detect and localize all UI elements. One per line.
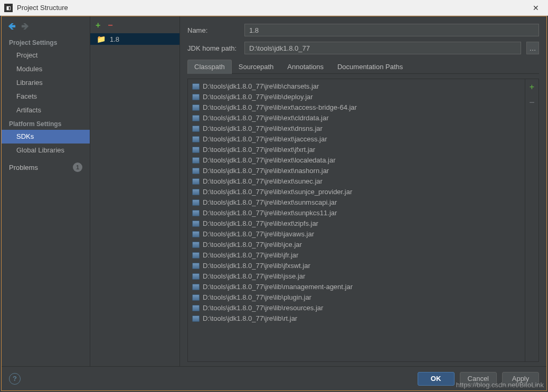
jar-icon (192, 83, 200, 90)
classpath-add-icon[interactable]: + (530, 82, 534, 92)
classpath-path: D:\tools\jdk1.8.0_77\jre\lib\jsse.jar (203, 272, 305, 281)
sidebar-item-facets[interactable]: Facets (2, 90, 90, 103)
classpath-path: D:\tools\jdk1.8.0_77\jre\lib\ext\nashorn… (203, 166, 329, 176)
path-label: JDK home path: (187, 44, 239, 52)
classpath-row[interactable]: D:\tools\jdk1.8.0_77\jre\lib\javaws.jar (189, 229, 524, 240)
classpath-row[interactable]: D:\tools\jdk1.8.0_77\jre\lib\jce.jar (189, 240, 524, 250)
classpath-row[interactable]: D:\tools\jdk1.8.0_77\jre\lib\ext\nashorn… (189, 166, 524, 176)
classpath-path: D:\tools\jdk1.8.0_77\jre\lib\rt.jar (203, 314, 297, 323)
classpath-row[interactable]: D:\tools\jdk1.8.0_77\jre\lib\ext\localed… (189, 155, 524, 166)
classpath-row[interactable]: D:\tools\jdk1.8.0_77\jre\lib\ext\access-… (189, 102, 524, 113)
dialog-frame: 🡸 🡺 Project SettingsProjectModulesLibrar… (1, 16, 547, 391)
classpath-path: D:\tools\jdk1.8.0_77\jre\lib\ext\access-… (203, 103, 357, 112)
close-icon[interactable]: ✕ (528, 4, 544, 12)
sidebar-item-project[interactable]: Project (2, 49, 90, 62)
classpath-remove-icon[interactable]: − (529, 97, 535, 108)
sidebar-item-sdks[interactable]: SDKs (2, 130, 90, 144)
classpath-row[interactable]: D:\tools\jdk1.8.0_77\jre\lib\ext\cldrdat… (189, 113, 524, 123)
add-sdk-icon[interactable]: + (96, 21, 100, 30)
tab-sourcepath[interactable]: Sourcepath (232, 60, 281, 73)
jdk-home-input[interactable] (244, 42, 521, 54)
jar-icon (192, 94, 200, 100)
remove-sdk-icon[interactable]: − (108, 21, 112, 30)
jar-icon (192, 178, 200, 185)
classpath-path: D:\tools\jdk1.8.0_77\jre\lib\ext\cldrdat… (203, 113, 328, 123)
classpath-row[interactable]: D:\tools\jdk1.8.0_77\jre\lib\resources.j… (189, 303, 524, 313)
footer: ? OK Cancel Apply (2, 366, 546, 390)
sdk-list-column: + − 📁1.8 (90, 16, 180, 366)
classpath-path: D:\tools\jdk1.8.0_77\jre\lib\ext\sunec.j… (203, 177, 323, 186)
classpath-row[interactable]: D:\tools\jdk1.8.0_77\jre\lib\ext\dnsns.j… (189, 123, 524, 134)
classpath-path: D:\tools\jdk1.8.0_77\jre\lib\ext\sunpkcs… (203, 208, 337, 218)
classpath-path: D:\tools\jdk1.8.0_77\jre\lib\jfxswt.jar (203, 261, 310, 271)
forward-arrow-icon[interactable]: 🡺 (21, 22, 29, 31)
classpath-row[interactable]: D:\tools\jdk1.8.0_77\jre\lib\management-… (189, 282, 524, 292)
sidebar-problems[interactable]: Problems 1 (2, 157, 90, 177)
classpath-path: D:\tools\jdk1.8.0_77\jre\lib\management-… (203, 282, 353, 292)
jar-icon (192, 315, 200, 322)
classpath-row[interactable]: D:\tools\jdk1.8.0_77\jre\lib\ext\zipfs.j… (189, 218, 524, 229)
tabs: ClasspathSourcepathAnnotationsDocumentat… (187, 60, 539, 74)
classpath-row[interactable]: D:\tools\jdk1.8.0_77\jre\lib\jfxswt.jar (189, 261, 524, 271)
sidebar: 🡸 🡺 Project SettingsProjectModulesLibrar… (2, 16, 90, 366)
classpath-row[interactable]: D:\tools\jdk1.8.0_77\jre\lib\ext\jaccess… (189, 134, 524, 145)
classpath-row[interactable]: D:\tools\jdk1.8.0_77\jre\lib\ext\sunpkcs… (189, 208, 524, 218)
classpath-row[interactable]: D:\tools\jdk1.8.0_77\jre\lib\charsets.ja… (189, 81, 524, 92)
jar-icon (192, 273, 200, 280)
classpath-path: D:\tools\jdk1.8.0_77\jre\lib\plugin.jar (203, 293, 311, 302)
help-icon[interactable]: ? (9, 373, 21, 385)
jar-icon (192, 242, 200, 248)
jar-icon (192, 210, 200, 216)
classpath-panel: D:\tools\jdk1.8.0_77\jre\lib\charsets.ja… (187, 79, 539, 362)
name-input[interactable] (244, 24, 539, 36)
classpath-row[interactable]: D:\tools\jdk1.8.0_77\jre\lib\ext\sunjce_… (189, 187, 524, 197)
name-row: Name: (187, 24, 539, 36)
classpath-row[interactable]: D:\tools\jdk1.8.0_77\jre\lib\ext\sunec.j… (189, 176, 524, 187)
sidebar-item-artifacts[interactable]: Artifacts (2, 103, 90, 117)
jar-icon (192, 168, 200, 174)
list-toolbar: + − (90, 16, 179, 33)
jar-icon (192, 104, 200, 111)
classpath-row[interactable]: D:\tools\jdk1.8.0_77\jre\lib\jfr.jar (189, 250, 524, 261)
classpath-path: D:\tools\jdk1.8.0_77\jre\lib\ext\dnsns.j… (203, 124, 323, 133)
sidebar-item-modules[interactable]: Modules (2, 62, 90, 76)
jar-icon (192, 221, 200, 227)
jar-icon (192, 199, 200, 206)
body-area: 🡸 🡺 Project SettingsProjectModulesLibrar… (2, 16, 546, 366)
name-label: Name: (187, 26, 239, 34)
jar-icon (192, 157, 200, 164)
classpath-path: D:\tools\jdk1.8.0_77\jre\lib\jfr.jar (203, 251, 298, 260)
classpath-row[interactable]: D:\tools\jdk1.8.0_77\jre\lib\plugin.jar (189, 292, 524, 303)
classpath-path: D:\tools\jdk1.8.0_77\jre\lib\ext\jfxrt.j… (203, 145, 315, 155)
classpath-path: D:\tools\jdk1.8.0_77\jre\lib\ext\localed… (203, 156, 335, 165)
tab-documentation-paths[interactable]: Documentation Paths (330, 60, 410, 73)
classpath-row[interactable]: D:\tools\jdk1.8.0_77\jre\lib\deploy.jar (189, 92, 524, 102)
sidebar-item-global-libraries[interactable]: Global Libraries (2, 144, 90, 157)
classpath-row[interactable]: D:\tools\jdk1.8.0_77\jre\lib\ext\sunmsca… (189, 197, 524, 208)
classpath-path: D:\tools\jdk1.8.0_77\jre\lib\jce.jar (203, 240, 302, 250)
tab-classpath[interactable]: Classpath (187, 60, 232, 74)
ok-button[interactable]: OK (418, 372, 455, 386)
classpath-row[interactable]: D:\tools\jdk1.8.0_77\jre\lib\rt.jar (189, 313, 524, 324)
sidebar-section-header: Platform Settings (2, 117, 90, 130)
classpath-row[interactable]: D:\tools\jdk1.8.0_77\jre\lib\ext\jfxrt.j… (189, 145, 524, 155)
jar-icon (192, 115, 200, 121)
sidebar-item-libraries[interactable]: Libraries (2, 76, 90, 90)
window-title: Project Structure (17, 4, 528, 12)
apply-button[interactable]: Apply (502, 372, 539, 386)
sdk-entry[interactable]: 📁1.8 (90, 33, 179, 45)
jar-icon (192, 252, 200, 259)
jar-icon (192, 126, 200, 132)
classpath-path: D:\tools\jdk1.8.0_77\jre\lib\javaws.jar (203, 230, 314, 239)
cancel-button[interactable]: Cancel (460, 372, 497, 386)
jar-icon (192, 189, 200, 195)
problems-badge: 1 (73, 162, 82, 172)
jar-icon (192, 136, 200, 142)
back-arrow-icon[interactable]: 🡸 (8, 22, 16, 31)
tab-annotations[interactable]: Annotations (280, 60, 330, 73)
classpath-row[interactable]: D:\tools\jdk1.8.0_77\jre\lib\jsse.jar (189, 271, 524, 282)
classpath-list[interactable]: D:\tools\jdk1.8.0_77\jre\lib\charsets.ja… (188, 79, 525, 361)
sdk-label: 1.8 (110, 35, 119, 43)
titlebar: ◧ Project Structure ✕ (0, 0, 548, 16)
browse-path-button[interactable]: … (526, 42, 539, 54)
